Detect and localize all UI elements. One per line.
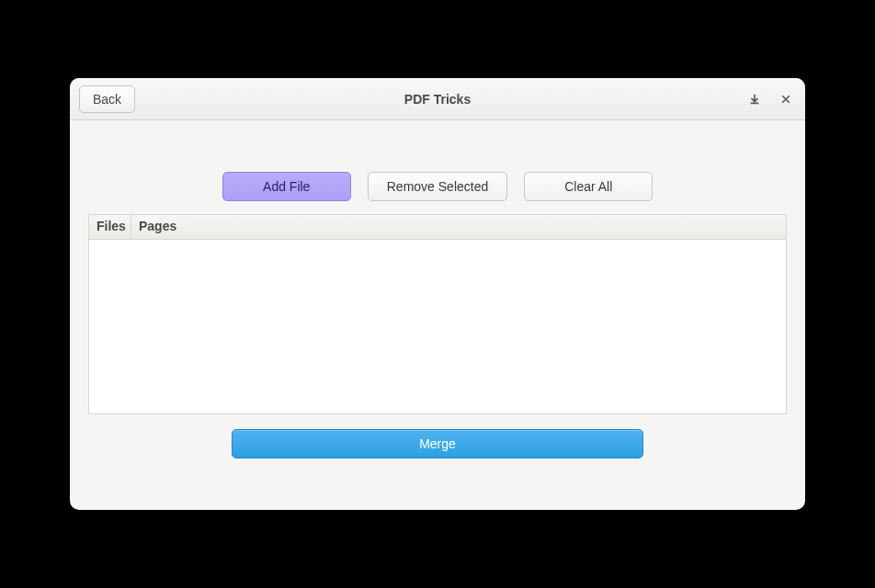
back-button[interactable]: Back xyxy=(79,85,135,113)
table-header: Files Pages xyxy=(89,215,786,240)
remove-selected-button[interactable]: Remove Selected xyxy=(368,172,508,201)
download-icon[interactable] xyxy=(744,89,765,109)
clear-all-button[interactable]: Clear All xyxy=(524,172,653,201)
column-header-files[interactable]: Files xyxy=(89,215,131,239)
column-header-pages[interactable]: Pages xyxy=(131,215,184,239)
app-window: Back PDF Tricks Add File Remove Selected… xyxy=(70,78,805,510)
headerbar-controls xyxy=(744,89,796,109)
content-area: Add File Remove Selected Clear All Files… xyxy=(70,120,805,510)
file-table: Files Pages xyxy=(88,214,787,414)
close-icon[interactable] xyxy=(776,89,796,109)
table-body[interactable] xyxy=(89,240,786,413)
headerbar: Back PDF Tricks xyxy=(70,78,805,120)
add-file-button[interactable]: Add File xyxy=(222,172,351,201)
merge-bar: Merge xyxy=(70,424,805,486)
window-title: PDF Tricks xyxy=(70,92,805,107)
toolbar: Add File Remove Selected Clear All xyxy=(70,120,805,214)
merge-button[interactable]: Merge xyxy=(232,429,643,458)
